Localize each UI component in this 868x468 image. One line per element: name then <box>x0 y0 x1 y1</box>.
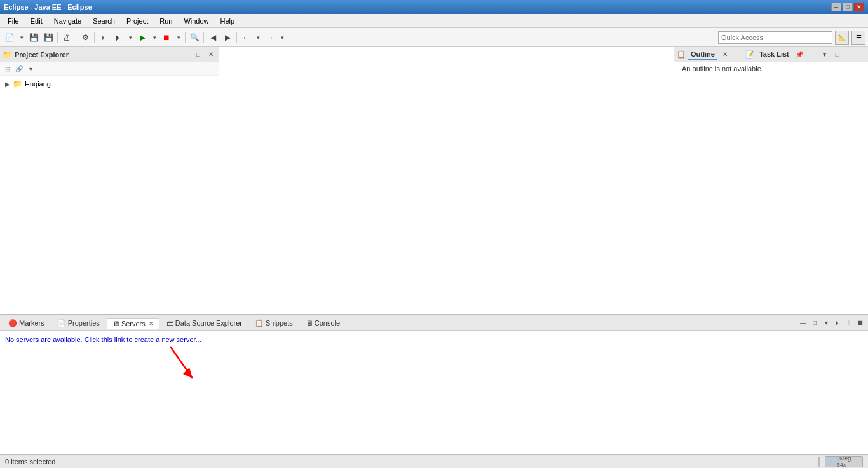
window-title: Eclipse - Java EE - Eclipse <box>4 3 92 11</box>
menu-run[interactable]: Run <box>154 16 177 26</box>
tab-properties-label: Properties <box>68 319 100 327</box>
tb-debug-button[interactable]: ⏵ <box>97 31 111 45</box>
properties-icon: 📄 <box>57 319 66 327</box>
project-explorer-minimize[interactable]: — <box>180 50 191 60</box>
tb-print-button[interactable]: 🖨 <box>60 31 74 45</box>
pe-link-btn[interactable]: 🔗 <box>14 64 24 74</box>
tab-properties[interactable]: 📄 Properties <box>51 317 105 329</box>
close-button[interactable]: ✕ <box>854 3 864 11</box>
tb-new-button[interactable]: 📄 <box>3 31 17 45</box>
outline-minimize-btn[interactable]: — <box>807 50 817 60</box>
quick-access-area: 📐 ☰ <box>718 31 865 45</box>
tree-expand-arrow[interactable]: ▶ <box>5 81 10 88</box>
tb-debug2-button[interactable]: ⏵ <box>111 31 125 45</box>
arrow-container <box>5 343 863 394</box>
tb-run-button[interactable]: ▶ <box>135 31 149 45</box>
menu-navigate[interactable]: Navigate <box>49 16 86 26</box>
memory-text: 0Meg 64x <box>837 456 851 467</box>
tab-servers[interactable]: 🖥 Servers ✕ <box>107 318 159 329</box>
tb-open-type-button[interactable]: 🔍 <box>187 31 201 45</box>
bottom-menu-btn[interactable]: ▾ <box>821 318 831 328</box>
bottom-toolbar2-btn[interactable]: ⏸ <box>844 318 854 328</box>
tab-console[interactable]: 🖥 Console <box>300 317 346 328</box>
tb-back-dropdown[interactable]: ▾ <box>254 31 262 45</box>
memory-indicator[interactable]: 0Meg 64x <box>825 456 863 467</box>
main-layout: 📁 Project Explorer — □ ✕ ⊟ 🔗 ▾ ▶ 📁 Huqia… <box>0 47 868 454</box>
toolbar: 📄 ▾ 💾 💾 🖨 ⚙ ⏵ ⏵ ▾ ▶ ▾ ⏹ ▾ 🔍 ◀ ▶ ← ▾ → ▾ … <box>0 28 868 47</box>
title-bar: Eclipse - Java EE - Eclipse ─ □ ✕ <box>0 0 868 14</box>
project-tree-item[interactable]: ▶ 📁 Huqiang <box>3 78 216 90</box>
pe-collapse-btn[interactable]: ⊟ <box>3 64 13 74</box>
minimize-button[interactable]: ─ <box>831 3 841 11</box>
tb-stop-button[interactable]: ⏹ <box>159 31 173 45</box>
outline-tab-label[interactable]: Outline <box>688 49 717 60</box>
bottom-panel: 🔴 Markers 📄 Properties 🖥 Servers ✕ 🗃 Dat… <box>0 314 868 454</box>
outline-header: 📋 Outline ✕ 📝 Task List 📌 — ▾ □ <box>674 47 868 62</box>
bottom-toolbar3-btn[interactable]: ⏹ <box>855 318 865 328</box>
create-server-link[interactable]: No servers are available. Click this lin… <box>5 336 201 343</box>
task-list-tab-label[interactable]: Task List <box>757 49 792 60</box>
toolbar-separator-2 <box>76 32 76 43</box>
menu-project[interactable]: Project <box>121 16 153 26</box>
toolbar-separator-6 <box>236 32 237 43</box>
toolbar-separator-3 <box>94 32 95 43</box>
toolbar-separator-4 <box>185 32 186 43</box>
bottom-panel-content: No servers are available. Click this lin… <box>0 331 868 454</box>
datasource-icon: 🗃 <box>166 319 173 327</box>
tb-next-edit-button[interactable]: ▶ <box>220 31 234 45</box>
toolbar-separator-5 <box>203 32 204 43</box>
tb-save-all-button[interactable]: 💾 <box>41 31 55 45</box>
tb-fwd-dropdown[interactable]: ▾ <box>278 31 287 45</box>
workspace: 📁 Project Explorer — □ ✕ ⊟ 🔗 ▾ ▶ 📁 Huqia… <box>0 47 868 314</box>
project-explorer-panel: 📁 Project Explorer — □ ✕ ⊟ 🔗 ▾ ▶ 📁 Huqia… <box>0 47 219 314</box>
outline-content: An outline is not available. <box>674 62 868 314</box>
bottom-toolbar1-btn[interactable]: ⏵ <box>832 318 843 328</box>
tb-stop-dropdown[interactable]: ▾ <box>174 31 183 45</box>
outline-pin-btn[interactable]: 📌 <box>794 50 804 60</box>
menu-help[interactable]: Help <box>215 16 240 26</box>
tab-snippets[interactable]: 📋 Snippets <box>249 317 299 329</box>
editor-area <box>219 47 674 314</box>
tb-back-button[interactable]: ← <box>239 31 253 45</box>
tb-prev-edit-button[interactable]: ◀ <box>206 31 220 45</box>
tb-props-button[interactable]: ⚙ <box>78 31 92 45</box>
tab-servers-label: Servers <box>121 320 146 327</box>
tb-run-dropdown[interactable]: ▾ <box>126 31 135 45</box>
outline-close-btn[interactable]: ✕ <box>720 50 730 60</box>
status-bar: 0 items selected 0Meg 64x <box>0 454 868 468</box>
editor-content[interactable] <box>219 47 674 314</box>
menu-bar: File Edit Navigate Search Project Run Wi… <box>0 14 868 28</box>
menu-search[interactable]: Search <box>88 16 120 26</box>
open-perspective-button[interactable]: 📐 <box>835 31 849 45</box>
project-explorer-maximize[interactable]: □ <box>193 50 203 60</box>
tab-markers[interactable]: 🔴 Markers <box>3 317 50 329</box>
pe-view-menu-btn[interactable]: ▾ <box>25 64 36 74</box>
servers-tab-close[interactable]: ✕ <box>149 320 154 327</box>
project-icon: 📁 <box>13 79 22 88</box>
project-explorer-close[interactable]: ✕ <box>206 50 216 60</box>
tab-datasource[interactable]: 🗃 Data Source Explorer <box>161 317 248 328</box>
project-explorer-title: Project Explorer <box>15 51 178 59</box>
tb-save-button[interactable]: 💾 <box>27 31 41 45</box>
customize-perspective-button[interactable]: ☰ <box>851 31 865 45</box>
bottom-tabs-bar: 🔴 Markers 📄 Properties 🖥 Servers ✕ 🗃 Dat… <box>0 315 868 331</box>
outline-menu-btn[interactable]: ▾ <box>820 50 830 60</box>
bottom-panel-controls: — □ ▾ ⏵ ⏸ ⏹ <box>798 318 865 328</box>
tab-snippets-label: Snippets <box>266 319 293 327</box>
console-icon: 🖥 <box>306 319 313 327</box>
tb-run2-dropdown[interactable]: ▾ <box>150 31 159 45</box>
status-drag-handle[interactable] <box>818 457 820 467</box>
snippets-icon: 📋 <box>255 319 264 327</box>
outline-not-available-text: An outline is not available. <box>677 62 768 78</box>
bottom-maximize-btn[interactable]: □ <box>810 318 820 328</box>
menu-file[interactable]: File <box>3 16 24 26</box>
tb-new-dropdown[interactable]: ▾ <box>17 31 26 45</box>
menu-edit[interactable]: Edit <box>25 16 48 26</box>
tb-fwd-button[interactable]: → <box>263 31 277 45</box>
maximize-button[interactable]: □ <box>843 3 853 11</box>
bottom-minimize-btn[interactable]: — <box>798 318 808 328</box>
project-explorer-content: ▶ 📁 Huqiang <box>0 76 219 314</box>
outline-maximize-btn[interactable]: □ <box>832 50 843 60</box>
quick-access-input[interactable] <box>718 31 832 44</box>
menu-window[interactable]: Window <box>179 16 214 26</box>
